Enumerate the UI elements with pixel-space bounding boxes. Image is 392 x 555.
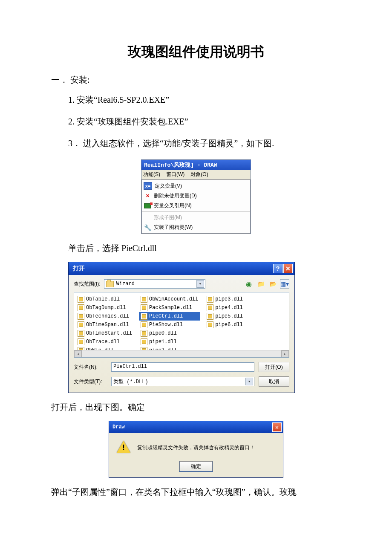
dll-icon bbox=[141, 330, 147, 337]
file-item[interactable]: pipe6.dll bbox=[205, 321, 245, 329]
file-item[interactable]: ObTimeStart.dll bbox=[76, 329, 134, 338]
dll-icon bbox=[78, 321, 84, 328]
filename-label: 文件名(N): bbox=[74, 364, 107, 371]
dll-icon bbox=[141, 304, 147, 311]
dll-icon bbox=[141, 338, 147, 345]
delete-icon: ✕ bbox=[144, 193, 151, 199]
dll-icon bbox=[207, 296, 213, 303]
dll-icon bbox=[207, 321, 213, 328]
chevron-down-icon[interactable]: ▾ bbox=[196, 280, 204, 288]
dll-icon bbox=[78, 304, 84, 311]
menu-item-label: 删除未使用变量(D) bbox=[154, 192, 197, 199]
menubar-item-window[interactable]: 窗口(W) bbox=[166, 171, 184, 178]
view-menu-icon[interactable]: ▦▾ bbox=[280, 279, 289, 289]
folder-icon bbox=[106, 281, 114, 287]
chevron-down-icon[interactable]: ▾ bbox=[245, 378, 253, 385]
file-item[interactable]: ObTechnics.dll bbox=[76, 312, 134, 321]
file-item[interactable]: pipe1.dll bbox=[139, 338, 200, 346]
file-item[interactable]: pipe0.dll bbox=[139, 329, 200, 338]
up-folder-icon[interactable]: 📁 bbox=[256, 279, 265, 289]
close-button[interactable]: ✕ bbox=[272, 422, 282, 432]
close-button[interactable]: ✕ bbox=[283, 264, 293, 273]
menubar-item-function[interactable]: 功能(S) bbox=[143, 171, 160, 178]
file-item[interactable]: ObTagDump.dll bbox=[76, 304, 134, 312]
file-item[interactable]: pipe4.dll bbox=[205, 304, 245, 312]
menu-item-label: 形成子图(M) bbox=[154, 214, 182, 221]
file-item[interactable]: ObTimeSpan.dll bbox=[76, 321, 134, 329]
menu-item-define-var[interactable]: x= 定义变量(V) bbox=[142, 181, 250, 191]
dll-icon bbox=[207, 304, 213, 311]
file-item[interactable]: ObTable.dll bbox=[76, 295, 134, 304]
open-button[interactable]: 打开(O) bbox=[259, 362, 289, 372]
file-item[interactable]: pipe3.dll bbox=[205, 295, 245, 304]
filename-input[interactable]: PieCtrl.dll bbox=[111, 362, 254, 372]
instruction-after-msgbox: 弹出“子图属性”窗口，在类名下拉框中输入“玫瑰图”，确认。玫瑰 bbox=[51, 486, 341, 498]
cancel-button[interactable]: 取消 bbox=[259, 376, 289, 387]
toolbar-icons: ◉ 📁 📂 ▦▾ bbox=[244, 279, 289, 289]
instruction-after-open: 打开后，出现下图。确定 bbox=[51, 402, 341, 413]
scroll-right-icon[interactable]: ▸ bbox=[281, 350, 289, 357]
dll-icon bbox=[141, 321, 147, 328]
filetype-select[interactable]: 类型 (*.DLL) ▾ bbox=[111, 377, 254, 386]
msgbox-titlebar: Draw ✕ bbox=[109, 421, 283, 433]
new-folder-icon[interactable]: 📂 bbox=[268, 279, 277, 289]
dll-icon bbox=[78, 330, 84, 337]
horizontal-scrollbar[interactable]: ◂ ▸ bbox=[74, 350, 289, 357]
ok-button[interactable]: 确定 bbox=[179, 461, 213, 471]
section-heading-install: 一． 安装: bbox=[51, 74, 341, 86]
tag-icon: x= bbox=[144, 182, 152, 190]
install-step-3: 3． 进入组态软件，选择“功能/安装子图精灵”，如下图. bbox=[68, 138, 341, 149]
filetype-value: 类型 (*.DLL) bbox=[113, 378, 148, 385]
page-title: 玫瑰图组件使用说明书 bbox=[51, 43, 341, 61]
install-step-2: 2. 安装“玫瑰图组件安装包.EXE” bbox=[68, 116, 341, 127]
file-item[interactable]: pipe5.dll bbox=[205, 312, 245, 321]
scroll-left-icon[interactable]: ◂ bbox=[74, 350, 82, 357]
dll-icon bbox=[141, 296, 147, 303]
wrench-icon: 🔧 bbox=[144, 224, 151, 231]
screenshot-messagebox: Draw ✕ ! 复制超级精灵文件失败，请关掉含有改精灵的窗口！ 确定 bbox=[51, 421, 341, 478]
warning-icon: ! bbox=[117, 441, 130, 454]
document-page: 玫瑰图组件使用说明书 一． 安装: 1. 安装“Real6.5-SP2.0.EX… bbox=[0, 0, 392, 531]
menu-item-label: 安装子图精灵(W) bbox=[154, 224, 193, 231]
back-icon[interactable]: ◉ bbox=[244, 279, 254, 289]
msgbox-title: Draw bbox=[112, 424, 125, 430]
menubar-item-object[interactable]: 对象(O) bbox=[190, 171, 208, 178]
menu-item-form-subgraph: 形成子图(M) bbox=[142, 211, 250, 223]
dialog-title: 打开 bbox=[73, 265, 85, 272]
file-item[interactable]: PackSample.dll bbox=[139, 304, 200, 312]
menu-item-label: 变量交叉引用(N) bbox=[154, 202, 192, 209]
lookin-value: Wizard bbox=[116, 281, 135, 287]
lookin-select[interactable]: Wizard ▾ bbox=[104, 279, 205, 289]
dll-icon bbox=[78, 338, 84, 345]
file-item[interactable]: PieShow.dll bbox=[139, 321, 200, 329]
menu-item-install-wizard[interactable]: 🔧 安装子图精灵(W) bbox=[142, 223, 250, 232]
dll-icon bbox=[78, 296, 84, 303]
instruction-after-menu: 单击后，选择 PieCtrl.dll bbox=[68, 243, 341, 254]
screenshot-open-dialog: 打开 ? ✕ 查找范围(I): Wizard ▾ ◉ 📁 📂 ▦▾ bbox=[68, 262, 295, 393]
menu-item-label: 定义变量(V) bbox=[155, 182, 182, 190]
file-list[interactable]: ObTable.dll ObTagDump.dll ObTechnics.dll… bbox=[74, 292, 289, 358]
install-step-1: 1. 安装“Real6.5-SP2.0.EXE” bbox=[68, 94, 341, 106]
filetype-label: 文件类型(T): bbox=[74, 378, 107, 385]
menubar: 功能(S) 窗口(W) 对象(O) bbox=[141, 170, 251, 179]
file-item-selected[interactable]: PieCtrl.dll bbox=[139, 312, 200, 321]
window-titlebar: RealInfo\风玫瑰] - DRAW bbox=[141, 160, 251, 170]
help-button[interactable]: ? bbox=[273, 264, 282, 273]
dropdown-menu: x= 定义变量(V) ✕ 删除未使用变量(D) 变量交叉引用(N) 形成子图(M… bbox=[141, 179, 251, 234]
msgbox-text: 复制超级精灵文件失败，请关掉含有改精灵的窗口！ bbox=[137, 444, 275, 451]
dll-icon bbox=[141, 313, 147, 320]
screenshot-menu: RealInfo\风玫瑰] - DRAW 功能(S) 窗口(W) 对象(O) x… bbox=[51, 159, 341, 234]
blank-icon bbox=[144, 214, 151, 221]
dll-icon bbox=[207, 313, 213, 320]
dialog-titlebar: 打开 ? ✕ bbox=[69, 262, 294, 275]
xref-icon bbox=[144, 202, 151, 209]
menu-item-cross-ref[interactable]: 变量交叉引用(N) bbox=[142, 201, 250, 211]
file-item[interactable]: ObTrace.dll bbox=[76, 338, 134, 346]
dll-icon bbox=[78, 313, 84, 320]
lookin-label: 查找范围(I): bbox=[74, 280, 101, 288]
file-item[interactable]: ObWinAccount.dll bbox=[139, 295, 200, 304]
menu-item-delete-unused[interactable]: ✕ 删除未使用变量(D) bbox=[142, 191, 250, 201]
